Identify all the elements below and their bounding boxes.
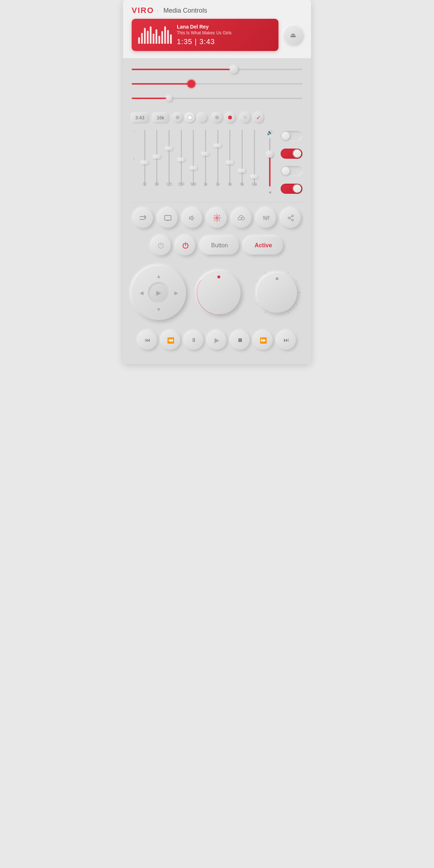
toggles-section [281, 130, 302, 195]
volume-handle[interactable] [267, 151, 273, 158]
eq-label: 64 [152, 182, 162, 186]
fader-handle[interactable] [226, 161, 234, 164]
logo-dot: · [157, 8, 158, 13]
share-icon [288, 214, 294, 222]
settings-button[interactable] [207, 208, 227, 228]
knob-indicator-dot-gray [276, 277, 278, 280]
toggle-1[interactable] [281, 131, 302, 141]
toggle-knob [293, 185, 301, 193]
rewind-button[interactable]: ⏪ [161, 331, 180, 350]
eq-channel-32: 32 [140, 130, 149, 186]
eq-channel-125: 125 [165, 130, 174, 186]
fader-track [217, 130, 218, 186]
share-button[interactable] [281, 208, 301, 228]
fader-handle[interactable] [141, 161, 148, 164]
fader-handle[interactable] [178, 158, 185, 162]
toggle-3[interactable] [281, 166, 302, 176]
main-section: 3:43 16k ⏺ ⏺ ✕ ✓ [123, 58, 311, 364]
fast-forward-button[interactable]: ⏩ [254, 331, 273, 350]
total-time: 3:43 [199, 38, 215, 46]
slider-track [132, 69, 302, 70]
eject-button[interactable]: ⏏ [284, 26, 302, 44]
logo: VIRO [132, 6, 154, 15]
volume-down-icon [189, 215, 196, 221]
pause-button[interactable]: ⏸ [184, 331, 203, 350]
power-on-button[interactable] [176, 236, 195, 255]
fader-track [181, 130, 182, 186]
fader-handle[interactable] [165, 147, 173, 150]
badge-quality: 16k [153, 113, 168, 122]
skip-forward-button[interactable]: ⏭ [277, 331, 296, 350]
d-pad-right[interactable]: ▶ [171, 287, 182, 298]
stop-button[interactable]: ⏹ [231, 331, 250, 350]
cloud-button[interactable] [232, 208, 251, 228]
eq-channel-4k: 4k [225, 130, 235, 186]
svg-point-12 [292, 215, 294, 217]
track-title: This Is What Makes Us Girls [177, 30, 272, 35]
fader-track [193, 130, 194, 186]
volume-fill [269, 155, 271, 187]
toggle-4[interactable] [281, 184, 302, 194]
fader-track [169, 130, 170, 186]
power-off-button[interactable] [151, 236, 171, 255]
now-playing-section: Lana Del Rey This Is What Makes Us Girls… [123, 19, 311, 58]
radio-btn-3[interactable] [197, 113, 207, 122]
svg-rect-0 [165, 215, 171, 220]
screen-icon [164, 215, 172, 221]
slider-thumb[interactable] [230, 65, 238, 73]
svg-point-11 [268, 216, 269, 218]
d-pad-down[interactable]: ▼ [153, 304, 164, 315]
volume-knob[interactable] [197, 271, 241, 315]
eq-channels: 32 64 125 [140, 130, 259, 186]
screen-button[interactable] [158, 208, 178, 228]
volume-down-button[interactable] [183, 208, 202, 228]
default-button[interactable]: Button [200, 236, 239, 255]
skip-back-button[interactable]: ⏮ [138, 331, 157, 350]
record-active-button[interactable]: ⏺ [225, 112, 235, 123]
slider-thumb-active[interactable] [187, 80, 195, 88]
eq-channel-500: 500 [189, 130, 198, 186]
track-time: 1:35 | 3:43 [177, 38, 272, 46]
fader-track [156, 130, 157, 186]
d-pad-left[interactable]: ◀ [136, 287, 147, 298]
eq-channel-2k: 2k [213, 130, 222, 186]
slider-thumb[interactable] [166, 95, 172, 101]
active-button[interactable]: Active [244, 236, 283, 255]
fader-handle[interactable] [190, 166, 197, 170]
slider-1[interactable] [132, 65, 302, 73]
close-button[interactable]: ✕ [240, 112, 250, 123]
record-button[interactable]: ⏺ [212, 112, 222, 123]
eq-bar [153, 34, 154, 44]
eq-visualizer [138, 26, 172, 44]
icon-buttons-group: ⏺ ⏺ [212, 112, 235, 123]
shuffle-button[interactable] [133, 208, 153, 228]
eq-label: 250 [176, 182, 186, 186]
tuning-knob[interactable] [257, 273, 297, 313]
fader-handle[interactable] [251, 175, 258, 179]
slider-2[interactable] [132, 80, 302, 88]
toggle-knob [282, 167, 290, 175]
action-buttons-row [132, 208, 302, 228]
fader-handle[interactable] [153, 155, 161, 159]
play-icon: ▶ [214, 336, 220, 344]
eq-bar [170, 34, 172, 44]
eq-bar [156, 29, 157, 44]
fader-handle[interactable] [202, 152, 209, 156]
fader-handle[interactable] [214, 144, 221, 147]
fader-handle[interactable] [238, 169, 246, 173]
radio-btn-1[interactable] [173, 113, 182, 122]
fader-track [205, 130, 206, 186]
divider [132, 202, 302, 202]
d-pad-center[interactable]: ▶ [148, 282, 170, 304]
check-button[interactable]: ✓ [253, 112, 263, 123]
mixer-button[interactable] [256, 208, 276, 228]
play-button[interactable]: ▶ [208, 331, 226, 350]
toggle-2[interactable] [281, 149, 302, 159]
eq-channel-250: 250 [176, 130, 186, 186]
radio-btn-2[interactable] [185, 113, 195, 122]
slider-3[interactable] [132, 94, 302, 102]
eq-faders: + 0 − 32 [132, 130, 259, 195]
eq-label: 1k [201, 182, 210, 186]
app-container: VIRO · Media Controls Lana Del Rey [123, 0, 311, 364]
d-pad-up[interactable]: ▲ [153, 271, 164, 282]
